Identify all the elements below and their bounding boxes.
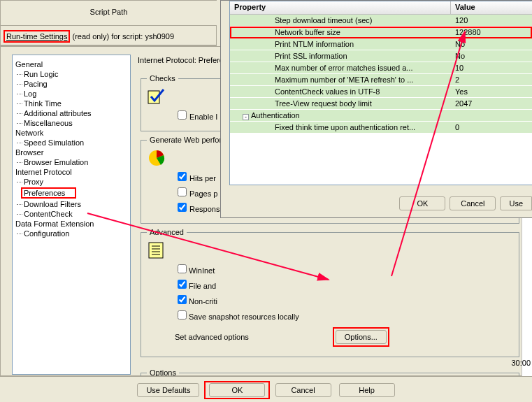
row-val: No xyxy=(451,51,532,61)
grid-header: Property Value xyxy=(230,1,532,15)
fileand-checkbox[interactable] xyxy=(178,280,187,289)
enable-checkbox[interactable] xyxy=(178,110,187,120)
row-val: No xyxy=(451,39,532,49)
row-val: 120 xyxy=(451,15,532,25)
tree-preferences[interactable]: Preferences xyxy=(21,187,76,199)
svg-rect-2 xyxy=(149,243,163,258)
use-defaults-button[interactable]: Use Defaults xyxy=(137,383,199,397)
savesnap-checkbox[interactable] xyxy=(178,310,187,320)
set-advanced-label: Set advanced options xyxy=(175,333,249,341)
tree-configuration[interactable]: Configuration xyxy=(14,229,129,238)
header-property[interactable]: Property xyxy=(230,1,451,14)
row-val: 2047 xyxy=(451,99,532,108)
options-button[interactable]: Options... xyxy=(336,330,387,344)
tree-proxy[interactable]: Proxy xyxy=(14,177,129,187)
script-path-bar: Script Path xyxy=(0,0,217,25)
options-grid: Property Value Step download timeout (se… xyxy=(229,1,532,185)
popup-button-bar: OK Cancel Use xyxy=(399,196,532,210)
savesnap-label: Save snapshot resources locally xyxy=(189,313,299,321)
winlnet-checkbox[interactable] xyxy=(178,264,187,273)
tree-network[interactable]: Network xyxy=(14,128,129,138)
winlnet-label: WinInet xyxy=(189,266,215,275)
tree-browser-emu[interactable]: Browser Emulation xyxy=(14,157,129,167)
bottom-button-bar: Use Defaults OK Cancel Help xyxy=(0,376,532,402)
help-button[interactable]: Help xyxy=(339,383,395,397)
grid-row[interactable]: Tree-View request body limit2047 xyxy=(230,98,532,110)
tree-pacing[interactable]: Pacing xyxy=(14,79,129,89)
side-strip xyxy=(522,218,532,376)
advanced-group: Advanced WinInet File and Non-criti Save… xyxy=(141,228,519,357)
tree-run-logic[interactable]: Run Logic xyxy=(14,69,129,79)
row-prop: Fixed think time upon authentication ret… xyxy=(230,122,451,132)
webperf-legend: Generate Web perform xyxy=(147,136,231,144)
ok-button[interactable]: OK xyxy=(209,383,265,397)
tree-data-format[interactable]: Data Format Extension xyxy=(14,219,129,229)
row-prop: ContentCheck values in UTF-8 xyxy=(230,87,451,96)
tree-download-filters[interactable]: Download Filters xyxy=(14,199,129,209)
ok-highlight: OK xyxy=(204,381,270,399)
grid-row[interactable]: Print SSL informationNo xyxy=(230,50,532,62)
grid-row[interactable]: ContentCheck values in UTF-8Yes xyxy=(230,86,532,98)
tree-log[interactable]: Log xyxy=(14,89,129,99)
pages-label: Pages p xyxy=(189,189,217,198)
title-row: Run-time Settings (read only) for script… xyxy=(0,25,217,46)
tree-internet-protocol[interactable]: Internet Protocol xyxy=(14,167,129,177)
grid-row[interactable]: Fixed think time upon authentication ret… xyxy=(230,122,532,134)
cancel-button[interactable]: Cancel xyxy=(275,383,331,397)
title-rest: (read only) for script: ysh0909 xyxy=(70,32,174,41)
grid-row[interactable]: Max number of error matches issued a...1… xyxy=(230,62,532,74)
grid-row[interactable]: Maximum number of 'META refresh' to ...2 xyxy=(230,74,532,86)
grid-row[interactable]: Step download timeout (sec)120 xyxy=(230,15,532,27)
options-button-highlight: Options... xyxy=(333,327,389,347)
advanced-legend: Advanced xyxy=(147,228,187,236)
row-val: 2 xyxy=(451,75,532,85)
checks-icon xyxy=(147,87,166,106)
noncrit-row[interactable]: Non-criti xyxy=(175,293,513,306)
enable-label: Enable I xyxy=(189,113,217,121)
row-prop-group: Authentication xyxy=(230,110,451,120)
row-val: Yes xyxy=(451,87,532,96)
grid-row-highlighted[interactable]: Network buffer size122880 xyxy=(230,27,532,38)
row-prop: Network buffer size xyxy=(230,27,451,37)
pie-chart-icon xyxy=(147,148,166,168)
pages-checkbox[interactable] xyxy=(178,187,187,196)
row-prop: Print SSL information xyxy=(230,51,451,61)
tree-general[interactable]: General xyxy=(14,59,129,69)
script-path-label: Script Path xyxy=(90,8,128,16)
row-prop: Maximum number of 'META refresh' to ... xyxy=(230,75,451,85)
hits-label: Hits per xyxy=(189,174,216,182)
fileand-row[interactable]: File and xyxy=(175,278,513,291)
set-advanced-row: Set advanced options Options... xyxy=(175,327,513,347)
row-prop: Max number of error matches issued a... xyxy=(230,63,451,73)
row-val xyxy=(451,115,532,116)
header-value[interactable]: Value xyxy=(451,1,532,14)
response-checkbox[interactable] xyxy=(178,203,187,212)
noncrit-checkbox[interactable] xyxy=(178,295,187,304)
row-prop: Print NTLM information xyxy=(230,39,451,49)
list-icon xyxy=(147,241,166,260)
popup-use-button[interactable]: Use xyxy=(500,196,532,210)
response-label: Respons xyxy=(189,205,220,213)
popup-ok-button[interactable]: OK xyxy=(399,196,445,210)
row-val: 122880 xyxy=(451,27,532,37)
noncrit-label: Non-criti xyxy=(189,297,217,306)
row-prop: Tree-View request body limit xyxy=(230,99,451,108)
tree-miscellaneous[interactable]: Miscellaneous xyxy=(14,118,129,128)
grid-row[interactable]: Print NTLM informationNo xyxy=(230,38,532,50)
tree-browser[interactable]: Browser xyxy=(14,148,129,157)
row-val: 10 xyxy=(451,63,532,73)
winlnet-row[interactable]: WinInet xyxy=(175,262,513,275)
advanced-options-popup: Property Value Step download timeout (se… xyxy=(220,0,532,218)
grid-row-group[interactable]: - Authentication xyxy=(230,110,532,122)
tree-speed-sim[interactable]: Speed Simulation xyxy=(14,138,129,148)
tree-think-time[interactable]: Think Time xyxy=(14,99,129,108)
runtime-settings-title: Run-time Settings xyxy=(3,30,70,43)
checks-legend: Checks xyxy=(147,74,178,82)
collapse-icon[interactable]: - xyxy=(243,114,249,120)
side-time-label: 30:00 xyxy=(511,359,531,367)
hits-checkbox[interactable] xyxy=(178,172,187,181)
savesnap-row[interactable]: Save snapshot resources locally xyxy=(175,308,513,322)
tree-content-check[interactable]: ContentCheck xyxy=(14,209,129,219)
tree-additional-attr[interactable]: Additional attributes xyxy=(14,108,129,118)
popup-cancel-button[interactable]: Cancel xyxy=(450,196,496,210)
